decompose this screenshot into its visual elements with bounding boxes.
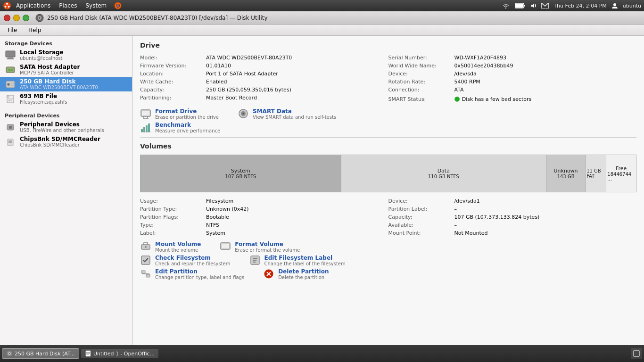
edit-partition-button[interactable]: Edit Partition Change partition type, la…	[140, 268, 244, 280]
rotation-row: Rotation Rate: 5400 RPM	[388, 78, 637, 86]
vol-unknown-segment[interactable]: Unknown 143 GB	[546, 155, 586, 192]
benchmark-name: Benchmark	[155, 122, 220, 128]
vol-device-label: Device:	[388, 198, 454, 204]
vol-partition-label-value: –	[454, 206, 457, 212]
smart-data-text: SMART Data View SMART data and run self-…	[253, 108, 336, 120]
sidebar-item-peripherals[interactable]: Peripheral Devices USB, FireWire and oth…	[0, 120, 132, 134]
svg-rect-40	[148, 123, 150, 132]
card-reader-icon	[5, 136, 16, 148]
mount-volume-text: Mount Volume Mount the volume	[155, 241, 201, 253]
250gb-disk-text: 250 GB Hard Disk ATA WDC WD2500BEVT-80A2…	[20, 78, 98, 90]
svg-point-14	[39, 17, 41, 18]
file-menu[interactable]: File	[3, 26, 22, 34]
vol-mount-point-value: Not Mounted	[454, 230, 488, 236]
sidebar-item-250gb-disk[interactable]: 250 GB Hard Disk ATA WDC WD2500BEVT-80A2…	[0, 77, 132, 91]
capacity-row: Capacity: 250 GB (250,059,350,016 bytes)	[140, 86, 388, 94]
places-menu[interactable]: Places	[55, 1, 81, 10]
svg-rect-31	[8, 140, 12, 143]
svg-rect-17	[7, 58, 14, 59]
check-filesystem-icon	[140, 255, 151, 266]
svg-rect-33	[142, 111, 149, 115]
format-volume-button[interactable]: Format Volume Erase or format the volume	[220, 241, 300, 253]
firefox-icon[interactable]	[113, 2, 123, 9]
delete-partition-button[interactable]: Delete Partition Delete the partition	[263, 268, 329, 280]
usb-icon	[5, 122, 16, 133]
write-cache-row: Write Cache: Enabled	[140, 78, 388, 86]
email-icon	[541, 3, 549, 8]
vol-capacity-row: Capacity: 107 GB (107,373,133,824 bytes)	[388, 213, 637, 221]
format-drive-button[interactable]: Format Drive Erase or partition the driv…	[140, 108, 219, 120]
svg-rect-15	[6, 51, 15, 57]
edit-partition-name: Edit Partition	[155, 268, 244, 275]
svg-rect-16	[8, 58, 13, 58]
edit-fs-label-button[interactable]: Edit Filesystem Label Change the label o…	[249, 255, 346, 266]
format-volume-icon	[220, 241, 231, 252]
volumes-bar: System 107 GB NTFS Data 110 GB NTFS Unkn…	[140, 155, 636, 192]
check-filesystem-button[interactable]: Check Filesystem Check and repair the fi…	[140, 255, 231, 266]
firmware-row: Firmware Version: 01.01A10	[140, 62, 388, 70]
format-drive-desc: Erase or partition the drive	[155, 115, 219, 120]
benchmark-actions-row: Benchmark Measure drive performance	[140, 122, 636, 133]
benchmark-button[interactable]: Benchmark Measure drive performance	[140, 122, 220, 133]
system-menu[interactable]: System	[82, 1, 110, 10]
svg-rect-26	[8, 99, 13, 99]
storage-section-header: Storage Devices	[0, 39, 132, 48]
minimize-button[interactable]	[13, 15, 20, 21]
250gb-disk-name: 250 GB Hard Disk	[20, 78, 98, 85]
edit-partition-desc: Change partition type, label and flags	[155, 275, 244, 280]
vol-partition-label-row: Partition Label: –	[388, 205, 637, 213]
ubuntu-logo-icon	[3, 1, 11, 10]
close-button[interactable]	[4, 15, 10, 21]
computer-icon	[5, 49, 16, 61]
vol-type-label: Type:	[140, 222, 206, 228]
smart-indicator: ●	[454, 95, 460, 102]
vol-type-value: NTFS	[206, 222, 219, 228]
svg-rect-37	[141, 129, 143, 132]
wwn-row: World Wide Name: 0x50014ee20438bb49	[388, 62, 637, 70]
sidebar-item-local-storage[interactable]: Local Storage ubuntu@localhost	[0, 48, 132, 62]
partitioning-label: Partitioning:	[140, 95, 206, 101]
vol-free-name: Free	[616, 165, 627, 172]
vol-available-row: Available: –	[388, 221, 637, 229]
peripherals-name: Peripheral Devices	[20, 121, 104, 128]
sidebar-item-sata-adapter[interactable]: SATA Host Adapter MCP79 SATA Controller	[0, 62, 132, 77]
model-row: Model: ATA WDC WD2500BEVT-80A23T0	[140, 54, 388, 62]
svg-rect-23	[11, 83, 14, 84]
help-menu[interactable]: Help	[24, 26, 46, 34]
smart-data-button[interactable]: SMART Data View SMART data and run self-…	[238, 108, 336, 120]
device-label: Device:	[388, 71, 454, 77]
vol-free-size: 18446744 ...	[607, 172, 635, 182]
topbar-left: Applications Places System	[3, 1, 123, 10]
sidebar-item-693mb[interactable]: 693 MB File Filesystem.squashfs	[0, 91, 132, 106]
vol-system-segment[interactable]: System 107 GB NTFS	[140, 155, 341, 192]
svg-point-3	[8, 6, 10, 8]
vol-label-label: Label:	[140, 230, 206, 236]
topbar-user: ubuntu	[623, 3, 641, 9]
vol-free-segment[interactable]: Free 18446744 ...	[606, 155, 636, 192]
sata-adapter-text: SATA Host Adapter MCP79 SATA Controller	[20, 64, 80, 75]
edit-partition-text: Edit Partition Change partition type, la…	[155, 268, 244, 280]
edit-fs-label-name: Edit Filesystem Label	[264, 255, 346, 261]
drive-section: Drive Model: ATA WDC WD2500BEVT-80A23T0 …	[140, 41, 636, 133]
vol-unknown-name: Unknown	[554, 168, 578, 174]
vol-info-right: Device: /dev/sda1 Partition Label: – Cap…	[388, 197, 637, 237]
vol-fat-size: 11 GB FAT	[586, 168, 605, 179]
maximize-button[interactable]	[23, 15, 29, 21]
format-drive-icon	[140, 108, 151, 119]
topbar-time: Thu Feb 24, 2:04 PM	[553, 3, 606, 9]
693mb-sub: Filesystem.squashfs	[20, 99, 67, 105]
menubar: File Help	[0, 25, 644, 36]
connection-row: Connection: ATA	[388, 86, 637, 94]
adapter-icon	[5, 64, 16, 75]
mount-volume-button[interactable]: Mount Volume Mount the volume	[140, 241, 201, 253]
vol-data-segment[interactable]: Data 110 GB NTFS	[341, 155, 546, 192]
svg-point-22	[8, 84, 9, 85]
sidebar-item-sd-reader[interactable]: ChipsBnk SD/MMCReader ChipsBnk SD/MMCRea…	[0, 134, 132, 149]
applications-menu[interactable]: Applications	[12, 1, 54, 10]
benchmark-desc: Measure drive performance	[155, 128, 220, 133]
check-filesystem-desc: Check and repair the filesystem	[155, 261, 231, 266]
wifi-icon	[502, 2, 510, 9]
sd-reader-text: ChipsBnk SD/MMCReader ChipsBnk SD/MMCRea…	[20, 136, 100, 148]
vol-actions-row-3: Edit Partition Change partition type, la…	[140, 268, 636, 280]
vol-fat-segment[interactable]: 11 GB FAT	[586, 155, 606, 192]
